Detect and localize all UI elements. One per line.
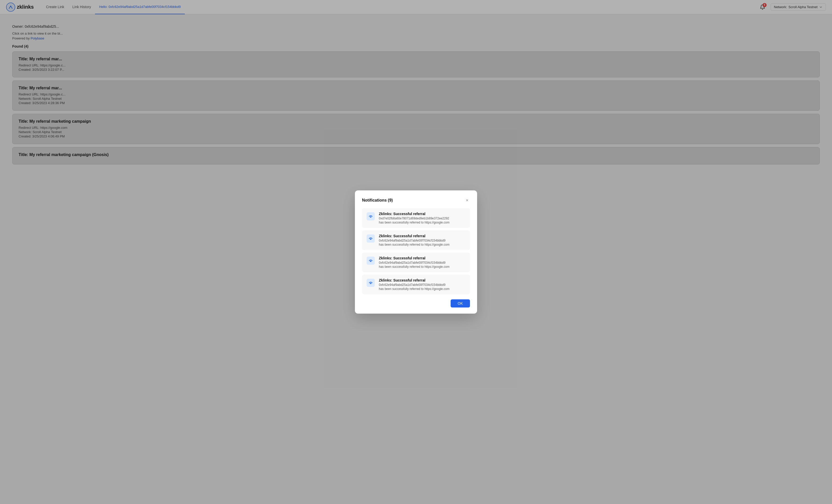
notification-1-desc: has been successfully referred to https:… [379, 221, 466, 224]
notification-4-content: Zklinks: Successful referral 0xfc62e94af… [379, 278, 466, 291]
notification-3-icon [366, 256, 375, 265]
notification-3-desc: has been successfully referred to https:… [379, 265, 466, 269]
notification-1-address: 0xd7e02fb8a60e78071d69ded9eb1b89e372ee22… [379, 217, 466, 220]
modal-footer: OK [362, 299, 470, 308]
notification-2-desc: has been successfully referred to https:… [379, 243, 466, 246]
notification-4-address: 0xfc62e94af9abd25a1d7abfe00f7034cf154bbb… [379, 283, 466, 287]
svg-point-4 [370, 239, 371, 240]
modal-close-button[interactable]: × [464, 197, 470, 203]
svg-point-8 [370, 283, 371, 284]
notification-4-icon [366, 278, 375, 287]
notification-item-2: Zklinks: Successful referral 0xfc62e94af… [362, 230, 470, 250]
notification-3-title: Zklinks: Successful referral [379, 256, 466, 260]
notification-item-1: Zklinks: Successful referral 0xd7e02fb8a… [362, 208, 470, 228]
notification-4-desc: has been successfully referred to https:… [379, 287, 466, 291]
notification-3-content: Zklinks: Successful referral 0xfc62e94af… [379, 256, 466, 269]
notification-3-address: 0xfc62e94af9abd25a1d7abfe00f7034cf154bbb… [379, 261, 466, 264]
modal-header: Notifications (9) × [362, 197, 470, 203]
notification-4-title: Zklinks: Successful referral [379, 278, 466, 282]
notification-1-icon [366, 212, 375, 221]
notification-2-address: 0xfc62e94af9abd25a1d7abfe00f7034cf154bbb… [379, 239, 466, 242]
notification-2-title: Zklinks: Successful referral [379, 234, 466, 238]
notification-list: Zklinks: Successful referral 0xd7e02fb8a… [362, 208, 470, 294]
modal-title: Notifications (9) [362, 198, 393, 203]
svg-point-2 [370, 217, 371, 218]
notification-item-3: Zklinks: Successful referral 0xfc62e94af… [362, 253, 470, 272]
notification-2-content: Zklinks: Successful referral 0xfc62e94af… [379, 234, 466, 246]
ok-button[interactable]: OK [451, 299, 470, 308]
modal-overlay: Notifications (9) × Zklinks: Successful … [0, 0, 832, 504]
notifications-modal: Notifications (9) × Zklinks: Successful … [355, 190, 477, 314]
notification-item-4: Zklinks: Successful referral 0xfc62e94af… [362, 275, 470, 294]
notification-1-title: Zklinks: Successful referral [379, 212, 466, 216]
notification-1-content: Zklinks: Successful referral 0xd7e02fb8a… [379, 212, 466, 224]
svg-point-6 [370, 261, 371, 262]
notification-2-icon [366, 234, 375, 243]
